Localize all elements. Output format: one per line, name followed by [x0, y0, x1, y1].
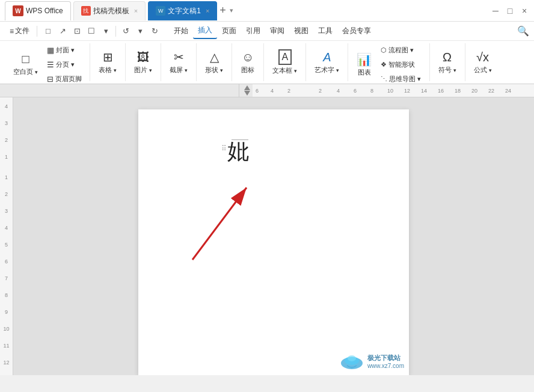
document-page[interactable]: ⠿ 妣 — [138, 109, 409, 375]
menu-page[interactable]: 页面 — [217, 23, 241, 38]
picture-icon: 🖼 — [137, 51, 149, 64]
page-break-icon: ☰ — [47, 60, 54, 69]
menu-start[interactable]: 开始 — [169, 23, 193, 38]
v-mark-1b: 1 — [0, 174, 13, 180]
document-area[interactable]: ⠿ 妣 — [13, 97, 534, 375]
document-text: 妣 — [227, 137, 249, 167]
picture-label: 图片 ▾ — [134, 66, 152, 75]
menu-reference[interactable]: 引用 — [241, 23, 265, 38]
ribbon-group-symbol-top: Ω 符号 ▾ — [435, 43, 460, 81]
wps-logo: W — [13, 5, 23, 16]
shape-icon: △ — [210, 50, 219, 64]
ribbon-group-textbox-top: A 文本框 ▾ — [269, 43, 301, 81]
ribbon-content: □ 空白页 ▾ ▦ 封面 ▾ ☰ 分页 ▾ ⊟ 页眉页脚 — [0, 41, 534, 84]
template-tab-label: 找稿壳模板 — [93, 6, 129, 16]
smartshape-button[interactable]: ❖ 智能形状 — [378, 58, 424, 71]
screenshot-button[interactable]: ✂ 截屏 ▾ — [166, 46, 191, 79]
header-footer-button[interactable]: ⊟ 页眉页脚 — [44, 72, 85, 85]
ribbon-group-arttext-top: A 艺术字 ▾ — [311, 43, 343, 81]
watermark-site: www.xz7.com — [367, 363, 404, 369]
flowchart-button[interactable]: ⬡ 流程图 ▾ — [378, 43, 424, 57]
symbol-button[interactable]: Ω 符号 ▾ — [435, 46, 460, 79]
mindmap-button[interactable]: ⋱ 思维导图 ▾ — [378, 72, 424, 85]
add-tab-button[interactable]: + — [219, 4, 226, 17]
textbox-button[interactable]: A 文本框 ▾ — [269, 46, 301, 79]
mindmap-icon: ⋱ — [381, 75, 387, 83]
print-icon[interactable]: ⊡ — [71, 25, 83, 37]
ruler-marks: 6 4 2 2 4 6 8 10 12 14 16 18 20 22 24 — [253, 84, 534, 97]
picture-button[interactable]: 🖼 图片 ▾ — [130, 46, 156, 79]
ribbon-group-arttext: A 艺术字 ▾ — [306, 43, 348, 81]
svg-line-1 — [192, 188, 247, 260]
ribbon-group-pages-top: □ 空白页 ▾ ▦ 封面 ▾ ☰ 分页 ▾ ⊟ 页眉页脚 — [10, 43, 85, 85]
separator-1 — [37, 26, 37, 37]
icon-button[interactable]: ☺ 图标 — [237, 46, 259, 79]
svg-point-4 — [348, 355, 356, 361]
ruler-mark-2: 2 — [319, 88, 322, 94]
flowchart-label: 流程图 ▾ — [388, 46, 414, 55]
ribbon-group-symbol: Ω 符号 ▾ — [430, 43, 465, 81]
menu-review[interactable]: 审阅 — [265, 23, 289, 38]
undo-icon[interactable]: ↺ — [120, 25, 132, 37]
ribbon-group-icon-top: ☺ 图标 — [237, 43, 259, 81]
ribbon-group-screenshot-top: ✂ 截屏 ▾ — [166, 43, 191, 81]
add-tab-arrow[interactable]: ▾ — [230, 7, 233, 14]
menu-view[interactable]: 视图 — [289, 23, 313, 38]
ribbon-group-shape-top: △ 形状 ▾ — [201, 43, 227, 81]
main-area: 4 3 2 1 1 2 3 4 5 6 7 8 9 10 11 12 13 ⠿ … — [0, 97, 534, 375]
ribbon-group-table: ⊞ 表格 ▾ — [90, 43, 126, 81]
ruler-mark-n4: 4 — [271, 88, 274, 94]
search-icon[interactable]: 🔍 — [517, 25, 529, 37]
title-actions: ─ □ × — [491, 6, 529, 16]
icon-label: 图标 — [241, 66, 254, 75]
v-mark-5b: 5 — [0, 242, 13, 248]
menu-insert[interactable]: 插入 — [193, 23, 217, 39]
chart-button[interactable]: 📊 图表 — [353, 47, 375, 81]
ribbon-group-screenshot: ✂ 截屏 ▾ — [161, 43, 197, 81]
indent-top-marker[interactable] — [244, 85, 250, 90]
doc-tab-close[interactable]: × — [206, 7, 209, 14]
ribbon-group-table-top: ⊞ 表格 ▾ — [95, 43, 120, 81]
separator-2 — [115, 26, 116, 37]
template-tab[interactable]: 找 找稿壳模板 × — [73, 1, 146, 20]
menu-file[interactable]: ≡ 文件 — [5, 23, 34, 38]
redo-icon[interactable]: ↻ — [149, 25, 161, 37]
page-break-button[interactable]: ☰ 分页 ▾ — [44, 58, 85, 71]
chart-icon: 📊 — [357, 52, 372, 67]
toolbar-arrow[interactable]: ▾ — [100, 25, 112, 37]
maximize-button[interactable]: □ — [505, 6, 515, 16]
template-tab-close[interactable]: × — [134, 7, 138, 14]
undo-arrow[interactable]: ▾ — [134, 25, 146, 37]
cover-button[interactable]: ▦ 封面 ▾ — [44, 43, 85, 57]
formula-icon: √x — [476, 51, 489, 64]
ruler-mark-20: 20 — [471, 88, 477, 94]
ribbon-group-formula-top: √x 公式 ▾ — [470, 43, 496, 81]
table-button[interactable]: ⊞ 表格 ▾ — [95, 46, 120, 79]
ribbon-group-formula: √x 公式 ▾ — [465, 43, 500, 81]
menu-tools[interactable]: 工具 — [313, 23, 337, 38]
mindmap-label: 思维导图 ▾ — [389, 75, 421, 84]
save-icon[interactable]: □ — [42, 25, 54, 37]
ribbon-group-chart-top: 📊 图表 ⬡ 流程图 ▾ ❖ 智能形状 ⋱ 思维导图 ▾ — [353, 43, 424, 85]
formula-button[interactable]: √x 公式 ▾ — [470, 46, 496, 79]
shape-label: 形状 ▾ — [205, 66, 223, 75]
open-icon[interactable]: ↗ — [57, 25, 69, 37]
toolbar-icons: □ ↗ ⊡ ☐ ▾ ↺ ▾ ↻ — [42, 25, 161, 37]
doc-tab-label: 文字文稿1 — [168, 6, 201, 16]
shape-button[interactable]: △ 形状 ▾ — [201, 46, 227, 79]
arttext-icon: A — [323, 51, 331, 64]
doc-tab[interactable]: W 文字文稿1 × — [148, 1, 217, 20]
blank-page-button[interactable]: □ 空白页 ▾ — [10, 47, 41, 81]
arttext-button[interactable]: A 艺术字 ▾ — [311, 46, 343, 79]
indent-bottom-marker[interactable] — [244, 91, 250, 96]
cover-icon: ▦ — [47, 46, 54, 55]
ruler-indent — [239, 84, 253, 97]
minimize-button[interactable]: ─ — [491, 6, 500, 16]
menu-file-label: 文件 — [15, 26, 29, 36]
menu-vip[interactable]: 会员专享 — [337, 23, 376, 38]
title-bar: W WPS Office 找 找稿壳模板 × W 文字文稿1 × + ▾ ─ □… — [0, 0, 534, 22]
scan-icon[interactable]: ☐ — [85, 25, 97, 37]
close-button[interactable]: × — [520, 6, 529, 16]
wps-office-tab[interactable]: W WPS Office — [5, 1, 71, 20]
template-icon: 找 — [81, 6, 91, 16]
